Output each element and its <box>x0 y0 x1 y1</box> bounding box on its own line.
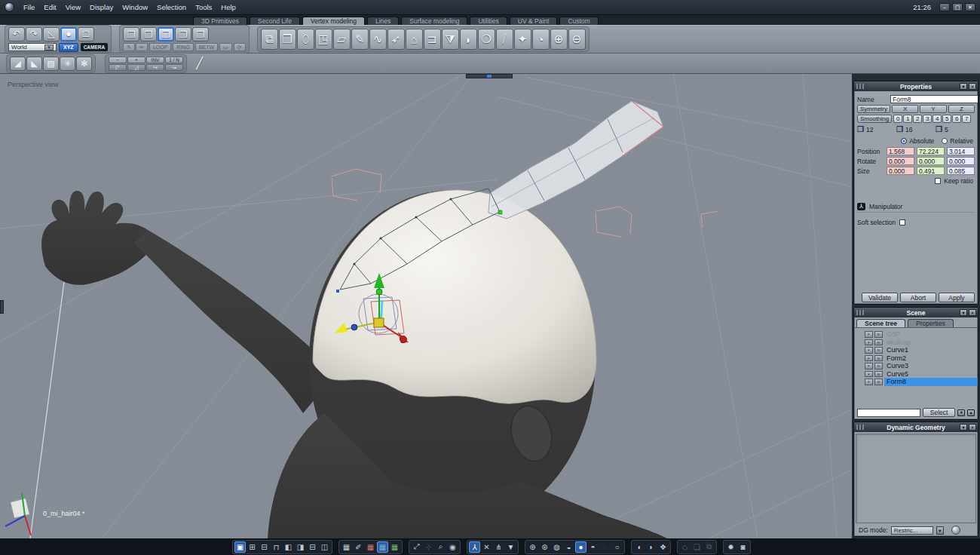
material-preview-icon[interactable]: ❏ <box>691 541 703 553</box>
viewport-split-handle[interactable] <box>466 74 513 78</box>
grid-blue-icon[interactable]: ▦ <box>377 541 388 553</box>
size-x-field[interactable]: 0.000 <box>887 167 914 175</box>
soft-brush-icon[interactable]: ▨ <box>43 57 59 71</box>
bridge-icon[interactable]: ⊐ <box>424 29 441 50</box>
panel-grip-icon[interactable] <box>856 425 864 430</box>
round-cube-icon[interactable]: ⬯ <box>297 29 314 50</box>
tab-uv-paint[interactable]: UV & Paint <box>510 17 558 25</box>
menu-window[interactable]: Window <box>118 2 152 13</box>
smoothing-level-0-button[interactable]: 0 <box>893 115 902 123</box>
one-n-button[interactable]: 1 / N <box>165 57 183 63</box>
remove-points-icon[interactable]: ⊖ <box>568 29 586 50</box>
smoothing-button[interactable]: Smoothing <box>857 115 892 123</box>
lock-icon[interactable]: ▪ <box>865 363 873 369</box>
wedge-tool-icon[interactable]: ◢ <box>10 57 26 71</box>
menu-display[interactable]: Display <box>85 2 118 13</box>
mirror-preview-icon[interactable]: ⧉ <box>703 541 715 553</box>
eye-icon[interactable]: ∞ <box>874 379 883 385</box>
shell-icon[interactable]: ◔ <box>532 29 550 50</box>
object-mode-icon[interactable]: ❐ <box>123 27 139 41</box>
scene-item-curve3[interactable]: ▪∞Curve3 <box>854 362 978 370</box>
pick-tool-icon[interactable]: ✎ <box>123 43 135 51</box>
element-mode-icon[interactable]: ❐ <box>192 27 209 41</box>
cube-edit-icon[interactable]: ✎ <box>351 29 369 50</box>
double-sided-icon[interactable]: ❖ <box>657 541 669 553</box>
redo-arrow-icon[interactable]: ↷ <box>26 27 42 41</box>
position-z-field[interactable]: 3.014 <box>947 147 975 155</box>
soft-move-icon[interactable]: ◣ <box>26 57 42 71</box>
smooth-wire-icon[interactable]: ◓ <box>587 541 599 553</box>
collapse-panel-icon[interactable]: ▼ <box>960 309 967 316</box>
scene-item-skullcap[interactable]: ▪∞skullcap <box>854 339 978 347</box>
fit-view-icon[interactable]: ⤢ <box>411 541 422 553</box>
smoothing-level-4-button[interactable]: 4 <box>933 115 942 123</box>
keep-ratio-checkbox[interactable] <box>935 178 941 184</box>
bend-icon[interactable]: ◗ <box>460 29 477 50</box>
paint-mode-icon[interactable]: ✐ <box>353 541 364 553</box>
eye-icon[interactable]: ∞ <box>874 331 883 338</box>
lock-icon[interactable]: ▪ <box>865 371 873 378</box>
apply-button[interactable]: Apply <box>939 293 975 302</box>
scene-item-form2[interactable]: ▪∞Form2 <box>854 354 978 363</box>
scene-item-curve5[interactable]: ▪∞Curve5 <box>854 370 978 379</box>
viewport-side-handle[interactable] <box>0 300 4 314</box>
blob-icon[interactable]: ❍ <box>478 29 495 50</box>
falloff-spike-icon[interactable]: ↝ <box>165 64 183 71</box>
manipulator-icon[interactable]: ⅄ <box>857 203 865 210</box>
loop-button[interactable]: LOOP <box>149 43 171 51</box>
grow-selection-button[interactable]: + <box>127 57 145 63</box>
tab-surface-modeling[interactable]: Surface modeling <box>401 17 467 25</box>
lock-icon[interactable]: ▪ <box>865 347 873 354</box>
face-hole-icon[interactable]: ◳ <box>315 29 332 50</box>
undo-arrow-icon[interactable]: ↶ <box>8 27 25 41</box>
tab-custom[interactable]: Custom <box>559 17 598 25</box>
eye-icon[interactable]: ∞ <box>874 363 883 369</box>
dg-preview-sphere-icon[interactable] <box>951 526 960 535</box>
add-points-icon[interactable]: ⊕ <box>550 29 568 50</box>
smoothing-level-7-button[interactable]: 7 <box>962 115 971 123</box>
close-panel-icon[interactable]: ✕ <box>969 309 976 316</box>
paint-select-icon[interactable]: ✏ <box>136 43 148 51</box>
menu-help[interactable]: Help <box>216 2 240 13</box>
close-panel-icon[interactable]: ✕ <box>969 424 976 431</box>
edge-mode-icon[interactable]: ❐ <box>158 27 174 41</box>
shrink-selection-button[interactable]: − <box>109 57 127 63</box>
convert-selection-icon[interactable]: ⟳ <box>234 43 246 51</box>
menu-edit[interactable]: Edit <box>39 2 60 13</box>
flat-wire-icon[interactable]: ◒ <box>563 541 574 553</box>
scene-tab-scene-tree[interactable]: Scene tree <box>856 319 905 327</box>
grid-red-icon[interactable]: ▦ <box>365 541 376 553</box>
camera-icon[interactable]: ◙ <box>737 541 749 553</box>
eye-icon[interactable]: ∞ <box>874 355 883 362</box>
wireframe-icon[interactable]: ⊕ <box>527 541 538 553</box>
eye-icon[interactable]: ∞ <box>874 371 883 378</box>
close-panel-icon[interactable]: ✕ <box>969 83 976 90</box>
layout-quad-icon[interactable]: ⊞ <box>247 541 258 553</box>
wire-hidden-line-icon[interactable]: ⊛ <box>539 541 550 553</box>
plane-edit-icon[interactable]: ▱ <box>333 29 351 50</box>
lock-icon[interactable]: ▪ <box>865 331 873 338</box>
twist-icon[interactable]: ✦ <box>514 29 531 50</box>
lasso-select-icon[interactable]: ◺ <box>43 27 60 41</box>
rotate-z-field[interactable]: 0.000 <box>947 157 975 165</box>
sweep-icon[interactable]: ➶ <box>387 29 405 50</box>
tab-vertex-modeling[interactable]: Vertex modeling <box>302 17 365 25</box>
menu-tools[interactable]: Tools <box>191 2 216 13</box>
menu-view[interactable]: View <box>61 2 85 13</box>
app-logo-icon[interactable] <box>5 2 14 12</box>
flat-shaded-icon[interactable]: ◍ <box>551 541 562 553</box>
falloff-linear-icon[interactable]: ◸ <box>109 64 127 71</box>
chevron-down-icon[interactable]: ▼ <box>936 526 944 535</box>
absolute-radio[interactable]: Absolute <box>901 137 934 145</box>
grow-selection-icon[interactable]: ▭ <box>219 43 232 51</box>
relative-radio[interactable]: Relative <box>942 137 973 145</box>
dg-mode-select[interactable]: Restric... <box>891 526 933 535</box>
ghost-shaded-icon[interactable]: ◌ <box>599 541 611 553</box>
frontface-icon[interactable]: ◗ <box>645 541 657 553</box>
abort-button[interactable]: Abort <box>900 293 936 302</box>
collapse-panel-icon[interactable]: ▼ <box>960 424 967 431</box>
lock-icon[interactable]: ▪ <box>865 339 873 346</box>
face-mode-icon[interactable]: ❐ <box>175 27 191 41</box>
scene-filter-input[interactable] <box>857 409 920 417</box>
boolean-icon[interactable]: ⧩ <box>442 29 459 50</box>
